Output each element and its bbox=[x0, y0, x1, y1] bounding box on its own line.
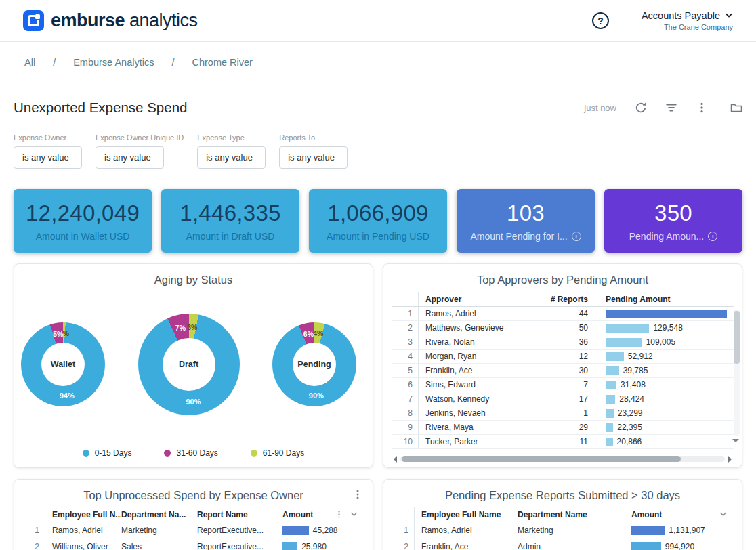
refresh-icon[interactable] bbox=[635, 102, 647, 114]
kpi-value: 1,446,335 bbox=[180, 200, 281, 226]
cell-department: Sales bbox=[121, 538, 197, 550]
company-name: The Crane Company bbox=[642, 23, 733, 31]
scroll-down-arrow[interactable] bbox=[732, 439, 739, 446]
legend-label: 61-90 Days bbox=[263, 448, 304, 458]
amount-value: 23,299 bbox=[618, 408, 643, 418]
cell-approver: Tucker, Parker bbox=[419, 435, 539, 448]
filter-expense-owner[interactable]: is any value bbox=[14, 146, 82, 169]
breadcrumb-emburse-analytics[interactable]: Emburse Analytics bbox=[73, 57, 154, 68]
horizontal-scrollbar[interactable] bbox=[390, 455, 735, 463]
col-employee[interactable]: Employee Full Name bbox=[415, 507, 518, 522]
cell-department: Marketing bbox=[121, 522, 197, 538]
amount-value: 39,785 bbox=[623, 366, 648, 375]
col-department[interactable]: Department Name bbox=[518, 507, 625, 522]
cell-approver: Rivera, Nolan bbox=[419, 335, 539, 349]
table-row: 3Rivera, Nolan36109,005 bbox=[392, 335, 734, 350]
col-approver[interactable]: Approver bbox=[419, 292, 539, 306]
scrollbar-track[interactable] bbox=[400, 456, 725, 462]
scroll-left-arrow[interactable] bbox=[390, 456, 397, 463]
amount-cell: 45,288 bbox=[276, 522, 364, 538]
brand-word-analytics: analytics bbox=[129, 10, 198, 30]
breadcrumb-all[interactable]: All bbox=[24, 57, 35, 68]
donut-percent-label: 7% bbox=[175, 324, 186, 332]
amount-cell bbox=[599, 307, 734, 320]
amount-value: 28,424 bbox=[619, 394, 644, 404]
filter-expense-type[interactable]: is any value bbox=[197, 146, 266, 169]
col-reports[interactable]: # Reports bbox=[539, 292, 599, 306]
filter-expense-owner-unique-id[interactable]: is any value bbox=[96, 146, 164, 169]
filter-reports-to[interactable]: is any value bbox=[279, 146, 348, 169]
cell-rank: 8 bbox=[392, 406, 419, 420]
info-icon[interactable]: i bbox=[572, 232, 581, 241]
cell-approver: Watson, Kennedy bbox=[419, 392, 539, 406]
col-amount[interactable]: Amount bbox=[276, 507, 364, 522]
cell-approver: Ramos, Adriel bbox=[419, 307, 539, 320]
amount-bar bbox=[606, 338, 642, 347]
account-menu[interactable]: Accounts Payable The Crane Company bbox=[642, 10, 733, 31]
top-unprocessed-panel: Top Unprocessed Spend by Expense Owner E… bbox=[14, 479, 373, 550]
amount-bar bbox=[631, 542, 661, 550]
legend-item-61-90-days[interactable]: 61-90 Days bbox=[251, 448, 304, 458]
donut-chart-wallet[interactable]: Wallet 1%94%5% bbox=[21, 322, 105, 406]
header-right: ? Accounts Payable The Crane Company bbox=[592, 10, 733, 31]
col-amount[interactable]: Amount bbox=[625, 507, 734, 522]
amount-bar bbox=[606, 423, 613, 432]
legend-item-31-60-days[interactable]: 31-60 Days bbox=[164, 448, 217, 458]
legend-item-0-15-days[interactable]: 0-15 Days bbox=[83, 448, 132, 458]
donut-percent-label: 5% bbox=[53, 330, 63, 338]
cell-rank: 2 bbox=[22, 538, 45, 550]
kpi-label: Amount Pending for I... bbox=[470, 231, 567, 242]
tile-kebab-menu-icon[interactable] bbox=[352, 489, 363, 500]
col-department[interactable]: Department Na... bbox=[121, 507, 197, 522]
filter-expense-type-block: Expense Type is any value bbox=[197, 133, 266, 169]
amount-bar bbox=[606, 381, 616, 389]
kebab-menu-icon[interactable] bbox=[696, 102, 708, 114]
cell-approver: Morgan, Ryan bbox=[419, 350, 539, 363]
table-row: 2Matthews, Genevieve50129,548 bbox=[392, 321, 734, 335]
donut-chart-draft[interactable]: Draft 3%90%7% bbox=[138, 314, 240, 415]
pending-reports-panel: Pending Expense Reports Submitted > 30 d… bbox=[383, 479, 742, 550]
legend-label: 31-60 Days bbox=[176, 448, 217, 458]
col-report-name[interactable]: Report Name bbox=[197, 507, 276, 522]
info-icon[interactable]: i bbox=[708, 232, 717, 241]
kpi-pending-amount: 350 Pending Amoun...i bbox=[604, 189, 742, 253]
cell-rank: 2 bbox=[392, 538, 415, 550]
amount-value: 31,408 bbox=[621, 380, 646, 389]
column-chevron-down-icon[interactable] bbox=[350, 512, 358, 517]
table-body: 1Ramos, Adriel442Matthews, Genevieve5012… bbox=[392, 307, 734, 449]
table-row: 2Williams, OliverSalesReportExecutive...… bbox=[22, 538, 364, 550]
cell-department: Admin bbox=[518, 538, 625, 550]
cell-reports: 50 bbox=[539, 321, 599, 335]
amount-bar bbox=[606, 438, 613, 446]
amount-value: 52,912 bbox=[628, 352, 653, 361]
donut-chart-pending[interactable]: Pending 4%90%6% bbox=[272, 322, 356, 406]
brand-logo[interactable]: emburseanalytics bbox=[23, 10, 198, 31]
amount-cell: 22,395 bbox=[599, 421, 734, 434]
donut-hole: Pending bbox=[293, 343, 337, 387]
help-glyph: ? bbox=[597, 16, 604, 26]
filter-expense-owner-id-block: Expense Owner Unique ID is any value bbox=[96, 133, 184, 169]
col-employee[interactable]: Employee Full N... bbox=[45, 507, 121, 522]
top-approvers-table: Approver # Reports Pending Amount 1Ramos… bbox=[392, 292, 734, 449]
cell-approver: Matthews, Genevieve bbox=[419, 321, 539, 335]
table-row: 10Tucker, Parker1120,866 bbox=[392, 435, 734, 449]
column-kebab-icon[interactable] bbox=[335, 510, 343, 519]
table-row: 1Ramos, Adriel44 bbox=[392, 307, 734, 321]
breadcrumb-chrome-river[interactable]: Chrome River bbox=[192, 57, 252, 68]
vertical-scrollbar[interactable] bbox=[734, 310, 740, 436]
dashboard-main: Unexported Expense Spend just now Expens… bbox=[0, 100, 756, 550]
scrollbar-thumb[interactable] bbox=[402, 456, 681, 462]
filter-icon[interactable] bbox=[665, 102, 677, 114]
scroll-right-arrow[interactable] bbox=[728, 456, 735, 463]
folder-icon[interactable] bbox=[730, 102, 742, 114]
cell-report: ReportExecutive... bbox=[197, 538, 276, 550]
panel-title: Aging by Status bbox=[14, 274, 373, 287]
table-row: 5Franklin, Ace3039,785 bbox=[392, 364, 734, 378]
table-body: 1Ramos, AdrielMarketing1,131,9072Frankli… bbox=[392, 522, 734, 550]
col-pending-amount[interactable]: Pending Amount bbox=[599, 292, 734, 306]
column-chevron-down-icon[interactable] bbox=[719, 512, 727, 517]
help-icon[interactable]: ? bbox=[592, 12, 609, 29]
amount-bar bbox=[631, 526, 665, 535]
scrollbar-thumb[interactable] bbox=[734, 311, 740, 364]
cell-reports: 36 bbox=[539, 335, 599, 349]
